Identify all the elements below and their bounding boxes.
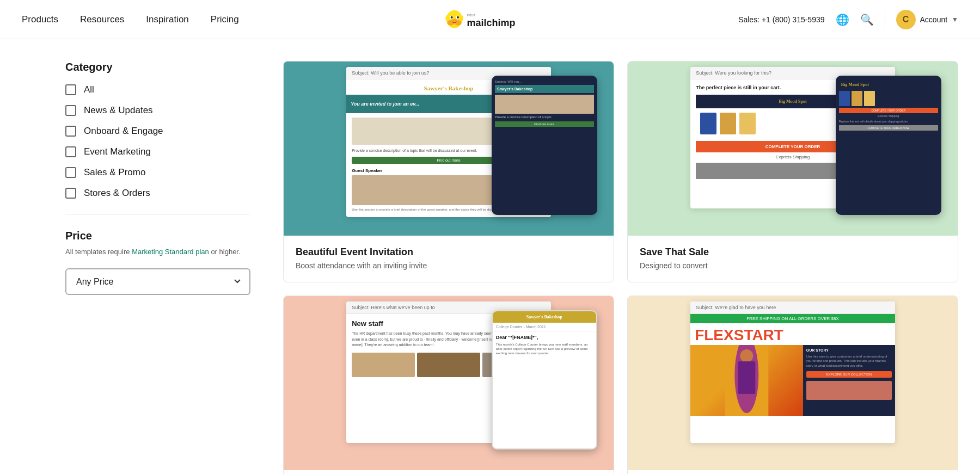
card-info-beautiful-event: Beautiful Event Invitation Boost attenda…	[284, 236, 614, 282]
email-subject-bestfoot: Subject: We're glad to have you here	[690, 301, 895, 314]
filter-event[interactable]: Event Marketing	[65, 146, 250, 157]
svg-point-9	[459, 15, 463, 21]
checkbox-stores[interactable]	[65, 188, 76, 199]
card-info-educational-update: Educational Update For schools, colleges…	[284, 470, 614, 474]
svg-point-8	[445, 15, 450, 21]
phone-overlay-savethat: Big Mood Spot COMPLETE YOUR ORDER Expres…	[836, 76, 941, 215]
checkbox-onboard[interactable]	[65, 126, 76, 137]
card-info-best-foot-forward: Best Foot Forward When first impressions…	[628, 470, 958, 474]
edu-phone-dear: Dear "*|FNAME|*",	[496, 335, 593, 340]
user-name-label: Account	[920, 15, 948, 24]
template-card-save-that-sale[interactable]: Subject: Were you looking for this? The …	[627, 61, 958, 282]
logo[interactable]: intuit mailchimp	[441, 8, 539, 32]
nav-pricing[interactable]: Pricing	[211, 14, 239, 25]
card-image-beautiful-event: Subject: Will you be able to join us? Sa…	[284, 61, 614, 236]
mock-email-bestfoot: Subject: We're glad to have you here FRE…	[690, 301, 895, 443]
sales-number: Sales: +1 (800) 315-5939	[738, 15, 824, 24]
main-nav: Products Resources Inspiration Pricing	[22, 14, 239, 25]
filter-news[interactable]: News & Updates	[65, 105, 250, 116]
svg-text:mailchimp: mailchimp	[467, 17, 515, 28]
card-image-best-foot-forward: Subject: We're glad to have you here FRE…	[628, 296, 958, 470]
user-account-button[interactable]: C Account ▼	[896, 10, 958, 29]
category-title: Category	[65, 61, 250, 73]
category-filter-list: All News & Updates Onboard & Engage Even…	[65, 84, 250, 199]
sidebar: Category All News & Updates Onboard & En…	[65, 61, 250, 474]
header-divider	[885, 11, 885, 28]
marketing-plan-link[interactable]: Marketing Standard plan	[132, 248, 209, 256]
bestfoot-shipping-bar: FREE SHIPPING ON ALL ORDERS OVER $8X	[690, 314, 895, 323]
price-title: Price	[65, 230, 250, 242]
template-card-beautiful-event[interactable]: Subject: Will you be able to join us? Sa…	[283, 61, 614, 282]
bestfoot-model-image	[690, 345, 803, 416]
card-title-save-that-sale: Save That Sale	[640, 247, 946, 258]
bestfoot-story-text: Use this area to give customers a brief …	[806, 354, 892, 368]
price-dropdown[interactable]: Any Price Free $9.99	[65, 268, 250, 295]
bestfoot-our-story-title: OUR STORY	[806, 348, 892, 352]
flexstart-brand: FLEXSTART	[690, 323, 895, 345]
checkbox-all[interactable]	[65, 84, 76, 95]
svg-point-14	[740, 349, 753, 362]
filter-event-label: Event Marketing	[84, 146, 151, 157]
nav-products[interactable]: Products	[22, 14, 58, 25]
price-description: All templates require Marketing Standard…	[65, 247, 250, 257]
svg-point-5	[451, 16, 453, 18]
card-subtitle-beautiful-event: Boost attendance with an inviting invite	[296, 261, 602, 270]
card-subtitle-save-that-sale: Designed to convert	[640, 261, 946, 270]
search-icon[interactable]: 🔍	[860, 13, 874, 26]
bestfoot-explore-btn: EXPLORE OUR COLLECTION	[806, 371, 892, 378]
phone-overlay-bakeshop: Subject: Will you... Sawyer's Bakeshop P…	[492, 76, 597, 215]
svg-text:intuit: intuit	[467, 13, 475, 17]
svg-rect-15	[738, 361, 755, 394]
product-2	[720, 113, 736, 134]
edu-img-2	[417, 353, 480, 377]
chevron-down-icon: ▼	[952, 16, 958, 23]
svg-point-6	[457, 16, 459, 18]
main-content: Category All News & Updates Onboard & En…	[0, 39, 980, 474]
globe-icon[interactable]: 🌐	[836, 13, 849, 26]
filter-all-label: All	[84, 84, 94, 95]
card-info-save-that-sale: Save That Sale Designed to convert	[628, 236, 958, 282]
filter-sales[interactable]: Sales & Promo	[65, 167, 250, 178]
mailchimp-logo-svg: intuit mailchimp	[441, 8, 539, 32]
filter-stores-label: Stores & Orders	[84, 188, 150, 199]
filter-news-label: News & Updates	[84, 105, 153, 116]
edu-img-1	[352, 353, 415, 377]
filter-onboard[interactable]: Onboard & Engage	[65, 126, 250, 137]
bestfoot-model-area: OUR STORY Use this area to give customer…	[690, 345, 895, 416]
checkbox-news[interactable]	[65, 105, 76, 116]
template-grid: Subject: Will you be able to join us? Sa…	[283, 61, 958, 474]
template-grid-container: Subject: Will you be able to join us? Sa…	[283, 61, 958, 474]
nav-resources[interactable]: Resources	[80, 14, 124, 25]
avatar: C	[896, 10, 916, 29]
phone-overlay-educational: Sawyer's Bakeshop College Courier - Marc…	[492, 310, 597, 450]
filter-sales-label: Sales & Promo	[84, 167, 145, 178]
filter-all[interactable]: All	[65, 84, 250, 95]
product-1	[700, 113, 716, 134]
main-header: Products Resources Inspiration Pricing i…	[0, 0, 980, 39]
card-title-beautiful-event: Beautiful Event Invitation	[296, 247, 602, 258]
template-card-best-foot-forward[interactable]: Subject: We're glad to have you here FRE…	[627, 296, 958, 474]
filter-onboard-label: Onboard & Engage	[84, 126, 163, 137]
card-image-save-that-sale: Subject: Were you looking for this? The …	[628, 61, 958, 236]
card-image-educational-update: Subject: Here's what we've been up to Ne…	[284, 296, 614, 470]
filter-stores[interactable]: Stores & Orders	[65, 188, 250, 199]
sidebar-divider	[65, 214, 250, 214]
checkbox-event[interactable]	[65, 146, 76, 157]
edu-phone-brand: Sawyer's Bakeshop	[493, 311, 596, 323]
bestfoot-side-panel: OUR STORY Use this area to give customer…	[803, 345, 895, 416]
product-3	[739, 113, 756, 134]
checkbox-sales[interactable]	[65, 167, 76, 178]
nav-inspiration[interactable]: Inspiration	[146, 14, 188, 25]
header-right: Sales: +1 (800) 315-5939 🌐 🔍 C Account ▼	[738, 10, 958, 29]
template-card-educational-update[interactable]: Subject: Here's what we've been up to Ne…	[283, 296, 614, 474]
price-section: Price All templates require Marketing St…	[65, 230, 250, 295]
